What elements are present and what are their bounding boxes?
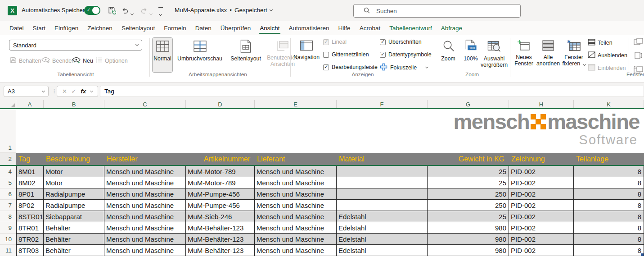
table-cell[interactable]: 8TR01	[16, 222, 44, 234]
tab-hilfe[interactable]: Hilfe	[334, 21, 355, 35]
table-header-cell[interactable]: Lieferant	[255, 153, 337, 165]
column-header-g[interactable]: G	[428, 100, 509, 108]
table-cell[interactable]: Edelstahl	[337, 234, 428, 245]
table-header-cell[interactable]: Hersteller	[104, 153, 186, 165]
table-cell[interactable]: Behälter	[44, 222, 104, 234]
table-cell[interactable]: 8	[574, 166, 644, 177]
table-header-cell[interactable]: Artikelnummer	[186, 153, 255, 165]
column-header-c[interactable]: C	[104, 100, 186, 108]
gridlines-checkbox[interactable]: Gitternetzlinien	[323, 51, 369, 58]
table-cell[interactable]: Mensch und Maschine	[104, 211, 186, 222]
table-cell[interactable]: 980	[428, 234, 509, 245]
column-header-h[interactable]: H	[509, 100, 574, 108]
row-header[interactable]: 11	[0, 245, 16, 256]
table-cell[interactable]: Mensch und Maschine	[104, 177, 186, 188]
table-cell[interactable]: Radialpumpe	[44, 188, 104, 200]
row-header[interactable]: 8	[0, 211, 16, 222]
table-cell[interactable]: 8	[574, 211, 644, 222]
column-header-d[interactable]: D	[186, 100, 255, 108]
row-header[interactable]: 9	[0, 222, 16, 234]
table-cell[interactable]: Edelstahl	[337, 211, 428, 222]
enter-check-icon[interactable]: ✓	[72, 88, 77, 95]
table-cell[interactable]: 980	[428, 245, 509, 256]
table-cell[interactable]: Mensch und Maschine	[104, 166, 186, 177]
table-cell[interactable]: Siebapparat	[44, 211, 104, 222]
zoom-button[interactable]: Zoom	[436, 40, 461, 62]
row-header[interactable]: 2	[0, 153, 16, 165]
table-cell[interactable]: 25	[428, 166, 509, 177]
column-header-e[interactable]: E	[255, 100, 337, 108]
table-cell[interactable]: Mensch und Maschine	[104, 188, 186, 200]
save-icon[interactable]	[108, 6, 116, 16]
table-cell[interactable]: 8	[574, 200, 644, 211]
page-layout-view-button[interactable]: Seitenlayout	[225, 40, 266, 62]
table-cell[interactable]: Mensch und Maschine	[104, 234, 186, 245]
navigation-button[interactable]: Navigation	[293, 40, 320, 60]
tab-daten[interactable]: Daten	[191, 21, 216, 35]
split-button[interactable]: Teilen	[588, 39, 612, 47]
table-cell[interactable]: PID-002	[509, 234, 574, 245]
column-header-a[interactable]: A	[16, 100, 44, 108]
table-cell[interactable]: Mensch und Maschine	[255, 177, 337, 188]
synchronous-scrolling-icon[interactable]	[634, 52, 644, 61]
row-header[interactable]: 5	[0, 177, 16, 188]
autosave-toggle[interactable]: ✓	[84, 6, 100, 15]
table-cell[interactable]: Mensch und Maschine	[255, 222, 337, 234]
row-header[interactable]: 1	[0, 109, 16, 153]
column-header-k[interactable]: K	[574, 100, 644, 108]
focus-cell-button[interactable]: Fokuszelle	[380, 63, 428, 72]
table-cell[interactable]: Mensch und Maschine	[255, 200, 337, 211]
row-header[interactable]: 10	[0, 234, 16, 245]
table-cell[interactable]: MuM-Pumpe-456	[186, 188, 255, 200]
table-header-cell[interactable]: Beschreibung	[44, 153, 104, 165]
table-cell[interactable]: 8	[574, 234, 644, 245]
tab-zeichnen[interactable]: Zeichnen	[83, 21, 117, 35]
keep-sheet-view-button[interactable]: Behalten	[10, 57, 41, 65]
table-cell[interactable]: Motor	[44, 166, 104, 177]
tab-tabellenentwurf[interactable]: Tabellenentwurf	[385, 21, 437, 35]
insert-function-icon[interactable]: fx	[81, 88, 86, 95]
hide-button[interactable]: Ausblenden	[588, 51, 627, 60]
tab-abfrage[interactable]: Abfrage	[437, 21, 467, 35]
table-cell[interactable]: 250	[428, 188, 509, 200]
new-window-button[interactable]: Neues Fenster	[512, 40, 536, 67]
select-all-corner[interactable]	[0, 100, 16, 108]
table-header-cell[interactable]: Teilanlage	[574, 153, 644, 165]
arrange-all-button[interactable]: Alle anordnen	[536, 40, 561, 67]
data-type-icons-checkbox[interactable]: ✓ Datentypsymbole	[380, 51, 432, 58]
table-cell[interactable]	[337, 177, 428, 188]
table-cell[interactable]: Mensch und Maschine	[104, 200, 186, 211]
table-cell[interactable]: 8M02	[16, 177, 44, 188]
new-sheet-view-button[interactable]: Neu	[72, 57, 93, 65]
freeze-panes-button[interactable]: ✱ Fenster fixieren	[561, 40, 587, 67]
table-header-cell[interactable]: Tag	[16, 153, 44, 165]
company-logo[interactable]: menschmaschine Software	[454, 111, 639, 147]
table-cell[interactable]: Behälter	[44, 245, 104, 256]
table-cell[interactable]: Behälter	[44, 234, 104, 245]
formula-bar-checkbox[interactable]: ✓ Bearbeitungsleiste	[323, 64, 378, 70]
table-cell[interactable]: 8TR02	[16, 234, 44, 245]
table-cell[interactable]	[337, 200, 428, 211]
table-cell[interactable]: 8	[574, 188, 644, 200]
table-cell[interactable]: 8	[574, 245, 644, 256]
tab-datei[interactable]: Datei	[5, 21, 28, 35]
table-cell[interactable]: 8P01	[16, 188, 44, 200]
exit-sheet-view-button[interactable]: Beenden	[41, 57, 75, 65]
column-header-f[interactable]: F	[337, 100, 428, 108]
tab-einfuegen[interactable]: Einfügen	[50, 21, 83, 35]
tab-start[interactable]: Start	[28, 21, 50, 35]
table-cell[interactable]: MuM-Motor-789	[186, 166, 255, 177]
cancel-icon[interactable]: ✕	[62, 88, 67, 95]
table-cell[interactable]: 8M01	[16, 166, 44, 177]
page-break-preview-button[interactable]: Umbruchvorschau	[175, 40, 225, 62]
tab-formeln[interactable]: Formeln	[159, 21, 191, 35]
search-input[interactable]: Suchen	[353, 4, 521, 18]
table-cell[interactable]: Mensch und Maschine	[255, 211, 337, 222]
row-header[interactable]: 7	[0, 200, 16, 211]
table-cell[interactable]: PID-002	[509, 222, 574, 234]
table-cell[interactable]: PID-002	[509, 177, 574, 188]
unhide-button[interactable]: Einblenden	[588, 64, 626, 72]
table-cell[interactable]: PID-002	[509, 166, 574, 177]
name-box[interactable]: A3	[4, 86, 49, 97]
table-cell[interactable]: Edelstahl	[337, 245, 428, 256]
